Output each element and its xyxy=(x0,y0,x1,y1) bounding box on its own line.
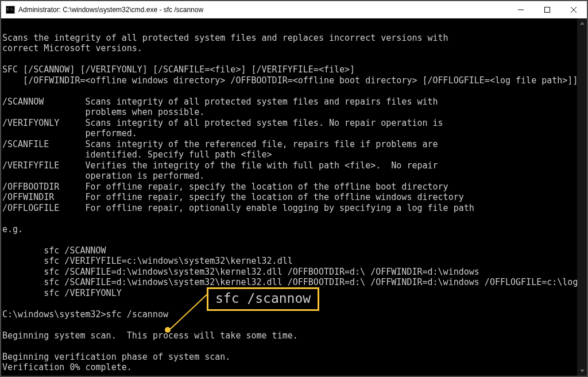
terminal-area[interactable]: Scans the integrity of all protected sys… xyxy=(1,18,587,376)
svg-rect-1 xyxy=(545,7,550,13)
window-controls xyxy=(508,1,587,18)
titlebar[interactable]: Administrator: C:\windows\system32\cmd.e… xyxy=(1,1,587,18)
svg-marker-5 xyxy=(580,370,585,372)
cmd-icon xyxy=(6,5,15,14)
minimize-button[interactable] xyxy=(508,1,534,18)
vertical-scrollbar[interactable] xyxy=(577,18,587,376)
callout-text: sfc /scannow xyxy=(215,291,311,306)
callout-box: sfc /scannow xyxy=(207,287,319,311)
scroll-up-arrow[interactable] xyxy=(577,18,587,28)
terminal-output: Scans the integrity of all protected sys… xyxy=(1,18,587,374)
svg-marker-4 xyxy=(580,22,585,25)
cmd-window: Administrator: C:\windows\system32\cmd.e… xyxy=(1,1,587,376)
scroll-down-arrow[interactable] xyxy=(577,366,587,376)
close-button[interactable] xyxy=(560,1,587,18)
window-title: Administrator: C:\windows\system32\cmd.e… xyxy=(18,6,508,14)
maximize-button[interactable] xyxy=(534,1,560,18)
